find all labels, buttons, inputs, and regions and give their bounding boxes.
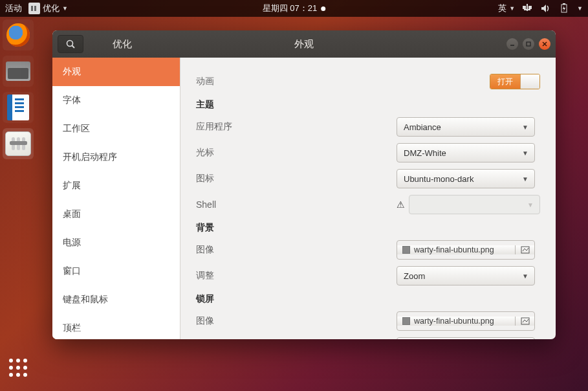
clock[interactable]: 星期四 07：21	[263, 3, 326, 14]
applications-value: Ambiance	[404, 122, 441, 132]
svg-rect-16	[521, 247, 529, 253]
animation-label: 动画	[196, 76, 397, 87]
content-pane: 动画 打开 主题 应用程序 Ambiance ▼ 光标 DMZ-White	[180, 58, 556, 339]
network-icon[interactable]	[523, 3, 533, 14]
bg-adjust-combo[interactable]: Zoom ▼	[397, 266, 535, 285]
lock-heading: 锁屏	[196, 293, 540, 305]
close-button[interactable]	[539, 38, 550, 50]
applications-label: 应用程序	[196, 121, 397, 133]
sidebar-item-desktop[interactable]: 桌面	[52, 200, 180, 229]
sidebar-item-startup[interactable]: 开机启动程序	[52, 143, 180, 172]
file-picker-icon[interactable]	[515, 317, 534, 326]
tweaks-icon	[5, 131, 31, 156]
notification-dot-icon	[321, 6, 325, 11]
dock-item-firefox[interactable]	[3, 19, 34, 50]
minimize-icon	[510, 41, 515, 47]
activities-button[interactable]: 活动	[5, 3, 22, 14]
bg-adjust-label: 调整	[196, 270, 397, 282]
tweaks-window: 优化 外观 外观 字体 工作区 开机启动程序 扩展 桌面 电源 窗口 键盘和鼠标…	[52, 30, 556, 339]
shell-label: Shell	[196, 199, 397, 210]
chevron-down-icon: ▼	[509, 5, 515, 12]
background-heading: 背景	[196, 222, 540, 234]
switch-on-label: 打开	[490, 74, 520, 89]
svg-point-10	[67, 40, 72, 46]
applications-combo[interactable]: Ambiance ▼	[397, 117, 535, 137]
close-icon	[542, 41, 547, 47]
chevron-down-icon: ▼	[522, 175, 528, 183]
chevron-down-icon: ▼	[62, 5, 68, 12]
dock-item-files[interactable]	[3, 56, 34, 87]
bg-image-file-button[interactable]: warty-final-ubuntu.png	[397, 240, 535, 260]
sidebar-item-workspaces[interactable]: 工作区	[52, 115, 180, 143]
icons-combo[interactable]: Ubuntu-mono-dark ▼	[397, 169, 535, 188]
animation-switch[interactable]: 打开	[490, 74, 540, 89]
svg-marker-6	[541, 5, 546, 12]
sidebar-item-fonts[interactable]: 字体	[52, 86, 180, 115]
bg-image-filename: warty-final-ubuntu.png	[414, 245, 494, 254]
svg-rect-2	[523, 6, 526, 9]
sidebar-item-windows[interactable]: 窗口	[52, 257, 180, 285]
sidebar-item-keyboard-mouse[interactable]: 键盘和鼠标	[52, 285, 180, 314]
sidebar-item-appearance[interactable]: 外观	[52, 58, 180, 86]
chevron-down-icon: ▼	[522, 150, 528, 157]
chevron-down-icon: ▼	[527, 201, 534, 208]
svg-line-11	[72, 45, 74, 48]
window-app-title: 优化	[113, 38, 132, 50]
cursor-label: 光标	[196, 147, 397, 159]
file-manager-icon	[6, 61, 30, 81]
svg-marker-9	[563, 6, 565, 12]
dock-item-tweaks[interactable]	[3, 128, 34, 159]
app-menu[interactable]: 优化 ▼	[28, 3, 68, 14]
lock-image-file-button[interactable]: warty-final-ubuntu.png	[397, 311, 535, 331]
input-method-indicator[interactable]: 英 ▼	[498, 3, 515, 14]
svg-rect-13	[527, 42, 530, 46]
input-method-label: 英	[498, 3, 506, 14]
titlebar[interactable]: 优化 外观	[52, 30, 556, 58]
system-menu-chevron-icon[interactable]: ▼	[577, 5, 583, 12]
svg-rect-8	[563, 3, 565, 5]
chevron-down-icon: ▼	[522, 124, 528, 131]
bg-adjust-value: Zoom	[404, 271, 425, 281]
app-menu-label: 优化	[43, 3, 60, 14]
window-header-title: 外观	[294, 38, 314, 50]
shell-combo: ▼	[409, 195, 540, 214]
dock	[3, 19, 34, 159]
cursor-value: DMZ-White	[404, 148, 446, 158]
dock-item-writer[interactable]	[3, 92, 34, 123]
lock-image-filename: warty-final-ubuntu.png	[414, 317, 494, 326]
chevron-down-icon: ▼	[522, 273, 528, 280]
firefox-icon	[6, 23, 30, 47]
battery-icon[interactable]	[559, 3, 569, 14]
lock-image-label: 图像	[196, 315, 397, 327]
bg-image-label: 图像	[196, 244, 397, 256]
sidebar-item-topbar[interactable]: 顶栏	[52, 314, 180, 339]
lock-adjust-combo[interactable]: Zoom ▼	[397, 337, 535, 339]
svg-rect-5	[524, 9, 530, 10]
svg-rect-1	[34, 6, 36, 11]
switch-knob	[520, 74, 539, 89]
writer-icon	[7, 95, 29, 120]
volume-icon[interactable]	[541, 3, 551, 14]
image-thumb-icon	[402, 246, 410, 254]
image-thumb-icon	[402, 317, 410, 325]
app-menu-icon	[28, 3, 40, 14]
icons-label: 图标	[196, 173, 397, 184]
svg-rect-17	[521, 318, 529, 324]
svg-rect-0	[31, 6, 33, 11]
file-picker-icon[interactable]	[515, 245, 534, 254]
minimize-button[interactable]	[506, 38, 518, 50]
apps-grid-button[interactable]	[9, 359, 27, 377]
clock-text: 星期四 07：21	[263, 3, 318, 14]
window-controls	[506, 38, 550, 50]
top-panel: 活动 优化 ▼ 星期四 07：21 英 ▼ ▼	[0, 0, 588, 17]
search-button[interactable]	[58, 35, 83, 53]
svg-rect-3	[528, 6, 532, 9]
maximize-button[interactable]	[523, 38, 534, 50]
warning-icon: ⚠	[397, 199, 405, 210]
sidebar-item-power[interactable]: 电源	[52, 229, 180, 257]
cursor-combo[interactable]: DMZ-White ▼	[397, 143, 535, 162]
maximize-icon	[526, 41, 531, 47]
icons-value: Ubuntu-mono-dark	[404, 174, 474, 184]
theme-heading: 主题	[196, 99, 540, 111]
sidebar-item-extensions[interactable]: 扩展	[52, 172, 180, 200]
